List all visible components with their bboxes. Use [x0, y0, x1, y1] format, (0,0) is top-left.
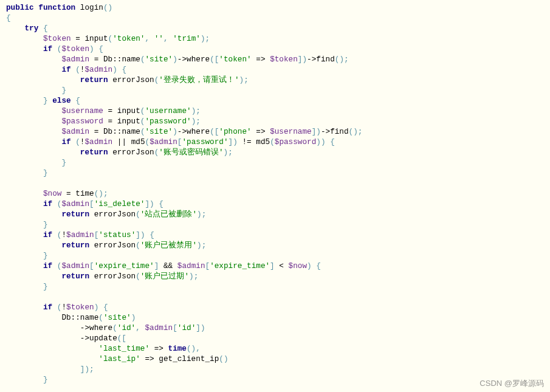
kw-public: public — [6, 3, 34, 12]
kw-try: try — [24, 24, 38, 33]
kw-function: function — [38, 3, 75, 12]
code-block: public function login() { try { $token =… — [0, 0, 550, 385]
var-token: $token — [43, 34, 71, 43]
fn-login: login — [80, 3, 103, 12]
